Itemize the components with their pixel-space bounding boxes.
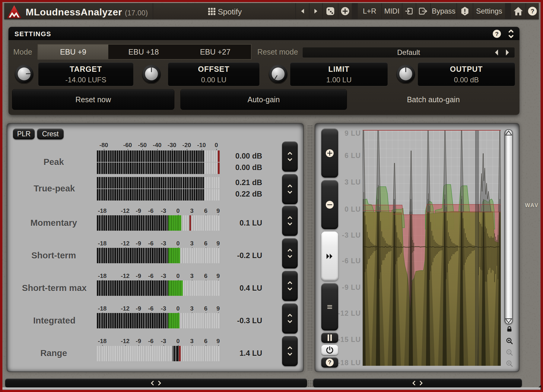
svg-text:?: ?	[328, 359, 331, 365]
svg-text:?: ?	[531, 8, 534, 14]
svg-text:?: ?	[495, 31, 499, 37]
